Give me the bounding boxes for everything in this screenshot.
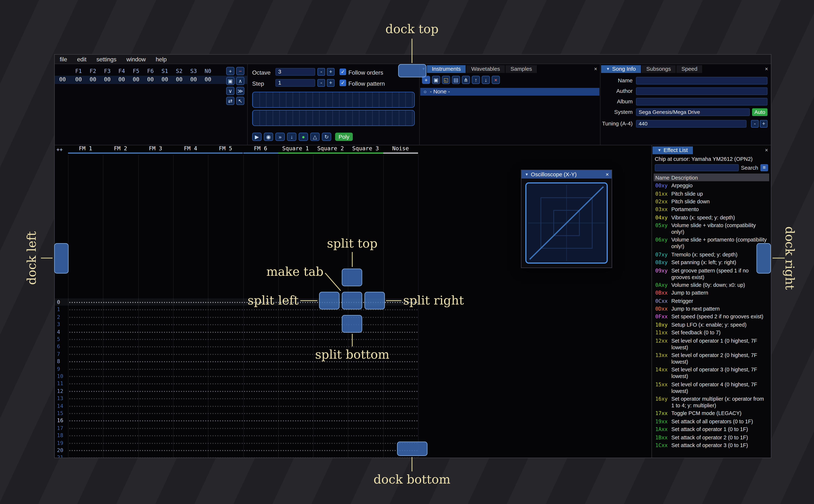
step-increase-button[interactable]: + [327, 79, 334, 87]
split-target-left[interactable] [319, 292, 339, 309]
channel-header-noise[interactable]: Noise [383, 145, 418, 154]
duplicate-order-end-button[interactable]: ≫ [236, 87, 244, 95]
tuning-a-4-input[interactable]: 440 [636, 120, 747, 128]
poly-button[interactable]: Poly [335, 133, 353, 141]
pattern-row[interactable]: 10 [55, 372, 419, 380]
tab-song-info[interactable]: ▼Song Info [601, 65, 641, 73]
menu-file[interactable]: file [55, 56, 72, 62]
metronome-button[interactable]: △ [310, 133, 319, 141]
pattern-row[interactable]: 3 [55, 321, 419, 328]
pattern-row[interactable]: 18 [55, 432, 419, 439]
tab-subsongs[interactable]: Subsongs [641, 65, 676, 73]
pattern-row[interactable]: 14 [55, 402, 419, 410]
tab-effect-list[interactable]: ▼Effect List [653, 146, 693, 154]
channel-header-square-3[interactable]: Square 3 [348, 145, 383, 154]
move-instrument-up-button[interactable]: ↑ [472, 76, 480, 84]
tuning-decrease-button[interactable]: - [751, 120, 759, 128]
remove-order-button[interactable]: − [236, 67, 244, 75]
order-cell[interactable]: 00 [143, 76, 158, 82]
channel-header-fm-2[interactable]: FM 2 [103, 145, 138, 154]
play-pattern-button[interactable]: ◉ [264, 133, 273, 141]
pattern-row[interactable]: 15 [55, 410, 419, 417]
split-target-top[interactable] [342, 269, 362, 286]
delete-instrument-button[interactable]: × [492, 76, 500, 84]
search-menu-button[interactable]: ≡ [760, 164, 768, 171]
dock-target-right[interactable] [757, 243, 771, 274]
instrument-folders-button[interactable]: ⋔ [462, 76, 470, 84]
add-order-button[interactable]: + [226, 67, 234, 75]
instrument-list-item[interactable]: ○- None - [420, 88, 600, 96]
name-input[interactable] [636, 77, 768, 85]
tab-speed[interactable]: Speed [677, 65, 703, 73]
order-cell[interactable]: 00 [129, 76, 143, 82]
tuning-increase-button[interactable]: + [760, 120, 768, 128]
pattern-row[interactable]: 20 [55, 447, 419, 454]
move-order-up-button[interactable]: ∧ [236, 77, 244, 85]
channel-header-fm-6[interactable]: FM 6 [243, 145, 278, 154]
pattern-row[interactable]: 12 [55, 387, 419, 395]
step-decrease-button[interactable]: - [317, 79, 325, 87]
order-cell[interactable]: 00 [86, 76, 100, 82]
tab-instruments[interactable]: Instruments [427, 65, 466, 73]
pattern-row[interactable]: 13 [55, 395, 419, 402]
channel-header-square-1[interactable]: Square 1 [278, 145, 313, 154]
auto-detect-button[interactable]: Auto [752, 108, 768, 116]
edit-record-button[interactable]: ● [298, 133, 308, 141]
octave-input[interactable]: 3 [275, 68, 315, 76]
system-input[interactable]: Sega Genesis/Mega Drive [636, 108, 750, 116]
pattern-row[interactable]: 17 [55, 424, 419, 432]
pattern-expand-button[interactable]: ++ [56, 146, 63, 153]
collapse-icon[interactable]: ▼ [658, 148, 661, 152]
channel-header-fm-1[interactable]: FM 1 [68, 145, 103, 154]
pattern-row[interactable]: 21 [55, 454, 419, 458]
order-cell[interactable]: 00 [100, 76, 114, 82]
instruments-close-icon[interactable]: × [594, 65, 597, 73]
move-instrument-down-button[interactable]: ↓ [482, 76, 490, 84]
order-cell[interactable]: 00 [71, 76, 86, 82]
menu-settings[interactable]: settings [91, 56, 121, 62]
pattern-row[interactable]: 2 [55, 313, 419, 321]
make-tab-target[interactable] [342, 292, 362, 309]
collapse-icon[interactable]: ▼ [606, 67, 610, 71]
repeat-pattern-button[interactable]: ↻ [322, 133, 331, 141]
tab-wavetables[interactable]: Wavetables [466, 65, 506, 73]
tab-samples[interactable]: Samples [506, 65, 538, 73]
pattern-row[interactable]: 0 [55, 298, 419, 306]
pattern-row[interactable]: 4 [55, 328, 419, 335]
menu-help[interactable]: help [151, 56, 172, 62]
follow-orders-checkbox[interactable]: ✓ [339, 69, 346, 75]
dock-target-left[interactable] [54, 243, 69, 274]
menu-window[interactable]: window [121, 56, 151, 62]
piano-octave-row[interactable] [252, 110, 415, 126]
duplicate-instrument-button[interactable]: ▣ [432, 76, 440, 84]
pattern-row[interactable]: 9 [55, 365, 419, 372]
split-target-right[interactable] [364, 292, 385, 309]
dock-target-top[interactable] [398, 64, 427, 77]
pattern-row[interactable]: 11 [55, 380, 419, 387]
album-input[interactable] [636, 98, 768, 106]
play-button[interactable]: ▶ [252, 133, 261, 141]
channel-header-fm-5[interactable]: FM 5 [208, 145, 243, 154]
step-row-button[interactable]: ↓ [287, 133, 296, 141]
step-input[interactable]: 1 [275, 79, 315, 87]
channel-header-fm-3[interactable]: FM 3 [138, 145, 173, 154]
split-target-bottom[interactable] [342, 315, 362, 333]
move-order-down-button[interactable]: ∨ [226, 87, 234, 95]
pattern-row[interactable]: 5 [55, 335, 419, 343]
octave-decrease-button[interactable]: - [317, 68, 325, 76]
duplicate-order-button[interactable]: ▣ [226, 77, 234, 85]
order-cell[interactable]: 00 [158, 76, 172, 82]
pattern-row[interactable]: 19 [55, 439, 419, 447]
order-cell[interactable]: 00 [201, 76, 215, 82]
effect-list-close-icon[interactable]: × [765, 146, 768, 154]
song-info-close-icon[interactable]: × [765, 65, 768, 73]
dock-target-bottom[interactable] [397, 442, 428, 456]
pattern-row[interactable]: 1 [55, 306, 419, 313]
octave-increase-button[interactable]: + [327, 68, 334, 76]
order-cell[interactable]: 00 [172, 76, 186, 82]
oscilloscope-titlebar[interactable]: ▼Oscilloscope (X-Y) × [522, 170, 612, 179]
collapse-icon[interactable]: ▼ [525, 172, 529, 176]
author-input[interactable] [636, 87, 768, 95]
oscilloscope-close-icon[interactable]: × [606, 170, 609, 179]
pattern-row[interactable]: 16 [55, 417, 419, 424]
